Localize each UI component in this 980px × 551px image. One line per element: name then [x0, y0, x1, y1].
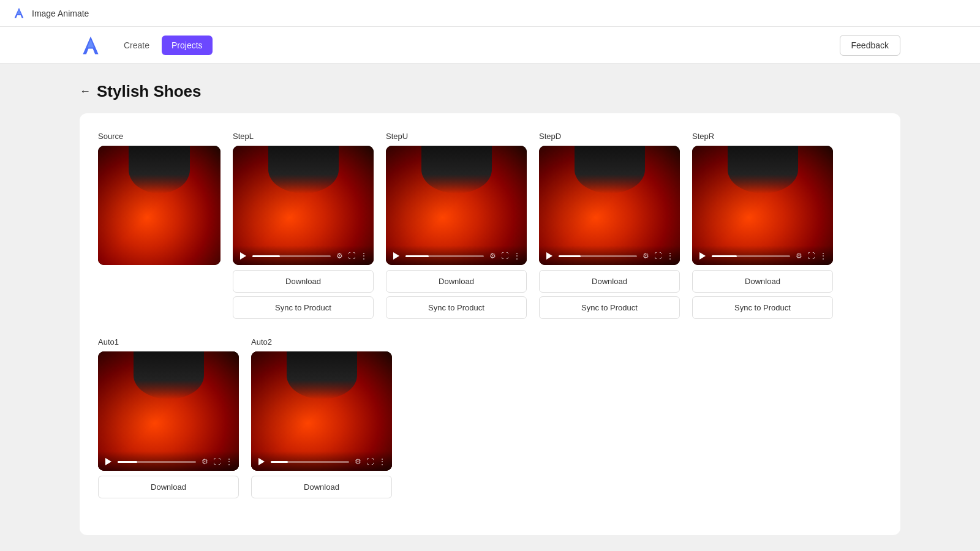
- stepd-sync-button[interactable]: Sync to Product: [539, 296, 680, 319]
- stepl-sync-button[interactable]: Sync to Product: [233, 296, 374, 319]
- source-label: Source: [98, 132, 221, 141]
- header-logo-icon: [80, 34, 102, 56]
- stepu-download-button[interactable]: Download: [386, 270, 527, 293]
- stepu-progress-fill: [405, 255, 429, 257]
- title-bar-app-name: Image Animate: [32, 9, 89, 18]
- stepu-controls: ⚙ ⛶ ⋮: [386, 246, 527, 265]
- stepr-fullscreen-icon[interactable]: ⛶: [806, 251, 816, 261]
- stepd-download-button[interactable]: Download: [539, 270, 680, 293]
- stepr-play-icon: [699, 252, 706, 260]
- stepd-settings-icon[interactable]: ⚙: [641, 251, 650, 261]
- stepd-play-icon: [546, 252, 552, 260]
- auto2-play-button[interactable]: [256, 456, 267, 467]
- auto1-label: Auto1: [98, 337, 239, 347]
- stepl-thumbnail: ⚙ ⛶ ⋮: [233, 146, 374, 265]
- auto1-more-icon[interactable]: ⋮: [224, 457, 234, 467]
- stepr-btn-row: Download Sync to Product: [692, 270, 833, 319]
- stepr-download-button[interactable]: Download: [692, 270, 833, 293]
- stepd-more-icon[interactable]: ⋮: [665, 251, 675, 261]
- stepl-ctrl-icons: ⚙ ⛶ ⋮: [334, 251, 369, 261]
- stepl-more-icon[interactable]: ⋮: [359, 251, 369, 261]
- stepr-item: StepR ⚙ ⛶ ⋮: [692, 132, 833, 319]
- stepu-ctrl-icons: ⚙ ⛶ ⋮: [488, 251, 522, 261]
- auto1-ctrl-icons: ⚙ ⛶ ⋮: [200, 457, 234, 467]
- stepl-download-button[interactable]: Download: [233, 270, 374, 293]
- auto2-fullscreen-icon[interactable]: ⛶: [365, 457, 375, 467]
- project-card: Source StepL: [80, 113, 900, 535]
- auto2-play-icon: [258, 458, 265, 465]
- projects-nav-button[interactable]: Projects: [162, 36, 213, 55]
- page-content: ← Stylish Shoes Source StepL: [0, 64, 980, 551]
- stepr-settings-icon[interactable]: ⚙: [794, 251, 804, 261]
- stepr-play-button[interactable]: [697, 250, 708, 261]
- stepu-label: StepU: [386, 132, 527, 141]
- auto1-play-icon: [105, 458, 111, 465]
- row-2: Auto1 ⚙ ⛶ ⋮: [98, 337, 882, 498]
- stepr-controls: ⚙ ⛶ ⋮: [692, 246, 833, 265]
- stepd-btn-row: Download Sync to Product: [539, 270, 680, 319]
- stepl-fullscreen-icon[interactable]: ⛶: [347, 251, 356, 261]
- stepl-progress-bar[interactable]: [252, 255, 331, 257]
- stepd-ctrl-icons: ⚙ ⛶ ⋮: [641, 251, 675, 261]
- stepd-play-button[interactable]: [544, 250, 555, 261]
- page-title-row: ← Stylish Shoes: [80, 82, 900, 101]
- stepl-play-button[interactable]: [238, 250, 249, 261]
- stepr-progress-fill: [712, 255, 737, 257]
- auto2-progress-bar[interactable]: [271, 461, 349, 463]
- auto2-download-button[interactable]: Download: [251, 476, 392, 498]
- source-thumbnail: [98, 146, 221, 265]
- auto1-progress-fill: [118, 461, 137, 463]
- title-bar-logo-icon: [12, 7, 26, 20]
- feedback-button[interactable]: Feedback: [840, 35, 900, 56]
- auto2-more-icon[interactable]: ⋮: [377, 457, 387, 467]
- auto2-item: Auto2 ⚙ ⛶ ⋮: [251, 337, 392, 498]
- stepu-play-button[interactable]: [391, 250, 402, 261]
- auto1-controls: ⚙ ⛶ ⋮: [98, 451, 239, 471]
- auto1-thumbnail: ⚙ ⛶ ⋮: [98, 351, 239, 471]
- stepd-thumbnail: ⚙ ⛶ ⋮: [539, 146, 680, 265]
- stepl-settings-icon[interactable]: ⚙: [334, 251, 344, 261]
- stepl-controls: ⚙ ⛶ ⋮: [233, 246, 374, 265]
- auto2-ctrl-icons: ⚙ ⛶ ⋮: [353, 457, 387, 467]
- title-bar: Image Animate: [0, 0, 980, 27]
- stepu-item: StepU ⚙ ⛶ ⋮: [386, 132, 527, 319]
- auto1-btn-row: Download: [98, 476, 239, 498]
- auto2-btn-row: Download: [251, 476, 392, 498]
- stepr-ctrl-icons: ⚙ ⛶ ⋮: [794, 251, 828, 261]
- stepu-fullscreen-icon[interactable]: ⛶: [500, 251, 510, 261]
- stepl-label: StepL: [233, 132, 374, 141]
- stepd-item: StepD ⚙ ⛶ ⋮: [539, 132, 680, 319]
- row-1: Source StepL: [98, 132, 882, 319]
- stepu-more-icon[interactable]: ⋮: [512, 251, 522, 261]
- stepr-progress-bar[interactable]: [712, 255, 790, 257]
- auto2-settings-icon[interactable]: ⚙: [353, 457, 363, 467]
- stepl-progress-fill: [252, 255, 280, 257]
- stepr-more-icon[interactable]: ⋮: [818, 251, 828, 261]
- nav-links: Create Projects: [114, 36, 213, 55]
- auto1-fullscreen-icon[interactable]: ⛶: [212, 457, 222, 467]
- stepl-play-icon: [240, 252, 246, 260]
- auto1-settings-icon[interactable]: ⚙: [200, 457, 209, 467]
- auto2-progress-fill: [271, 461, 288, 463]
- stepd-controls: ⚙ ⛶ ⋮: [539, 246, 680, 265]
- auto2-controls: ⚙ ⛶ ⋮: [251, 451, 392, 471]
- auto1-download-button[interactable]: Download: [98, 476, 239, 498]
- stepr-thumbnail: ⚙ ⛶ ⋮: [692, 146, 833, 265]
- stepu-settings-icon[interactable]: ⚙: [488, 251, 497, 261]
- stepd-progress-bar[interactable]: [559, 255, 637, 257]
- auto2-label: Auto2: [251, 337, 392, 347]
- stepl-item: StepL ⚙ ⛶ ⋮: [233, 132, 374, 319]
- auto1-play-button[interactable]: [103, 456, 114, 467]
- stepu-progress-bar[interactable]: [405, 255, 484, 257]
- auto1-progress-bar[interactable]: [118, 461, 196, 463]
- page-title: Stylish Shoes: [97, 82, 202, 101]
- auto2-thumbnail: ⚙ ⛶ ⋮: [251, 351, 392, 471]
- create-nav-button[interactable]: Create: [114, 36, 159, 55]
- stepu-sync-button[interactable]: Sync to Product: [386, 296, 527, 319]
- stepu-play-icon: [393, 252, 399, 260]
- stepu-btn-row: Download Sync to Product: [386, 270, 527, 319]
- stepd-fullscreen-icon[interactable]: ⛶: [653, 251, 663, 261]
- back-arrow-icon[interactable]: ←: [80, 85, 91, 98]
- stepr-sync-button[interactable]: Sync to Product: [692, 296, 833, 319]
- stepu-thumbnail: ⚙ ⛶ ⋮: [386, 146, 527, 265]
